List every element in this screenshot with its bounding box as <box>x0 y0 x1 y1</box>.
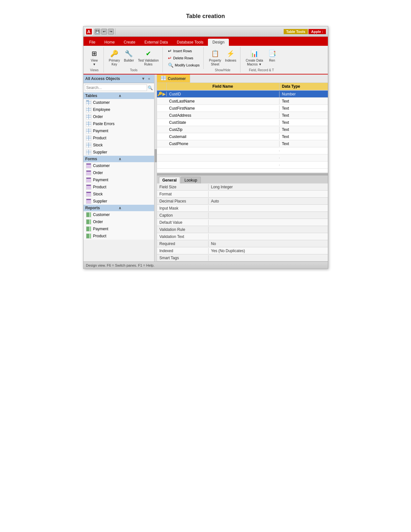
field-type-custlastname[interactable]: Text <box>279 98 328 104</box>
nav-forms-items: Customer Order Payment <box>83 162 154 205</box>
table-item-payment[interactable]: Payment <box>83 127 154 134</box>
prop-value-defaultvalue[interactable] <box>209 222 328 223</box>
delete-rows-icon: ↵ <box>168 55 172 61</box>
undo-button[interactable]: ↩ <box>101 29 107 34</box>
field-row-custfirstname[interactable]: CustFirstName Text <box>157 105 328 112</box>
builder-button[interactable]: 🔧 Builder <box>122 48 135 63</box>
table-item-product[interactable]: Product <box>83 134 154 142</box>
nav-scrollbar-thumb[interactable] <box>155 149 157 162</box>
table-item-stock[interactable]: Stock <box>83 142 154 149</box>
field-row-custphone[interactable]: CustPhone Text <box>157 140 328 147</box>
prop-value-caption[interactable] <box>209 215 328 216</box>
field-name-custzip[interactable]: CustZip <box>167 127 279 133</box>
tab-home[interactable]: Home <box>100 39 119 46</box>
form-item-customer[interactable]: Customer <box>83 162 154 169</box>
field-type-empty-1[interactable] <box>279 150 328 152</box>
field-name-custid[interactable]: CustID <box>167 91 279 97</box>
nav-collapse-btn[interactable]: « <box>146 76 152 82</box>
prop-value-decimalplaces[interactable]: Auto <box>209 198 328 204</box>
nav-scrollbar[interactable] <box>154 74 157 261</box>
modify-lookups-button[interactable]: 🔍 Modify Lookups <box>167 62 201 68</box>
field-type-custfirstname[interactable]: Text <box>279 105 328 111</box>
field-name-custaddress[interactable]: CustAddress <box>167 113 279 118</box>
report-item-order[interactable]: Order <box>83 218 154 225</box>
prop-label-required: Required <box>157 241 209 247</box>
nav-header[interactable]: All Access Objects ▼ « <box>83 74 154 83</box>
form-item-supplier[interactable]: Supplier <box>83 198 154 205</box>
prop-value-inputmask[interactable] <box>209 208 328 209</box>
prop-value-smarttags[interactable] <box>209 257 328 259</box>
report-item-customer[interactable]: Customer <box>83 211 154 218</box>
form-item-order[interactable]: Order <box>83 169 154 176</box>
tab-create[interactable]: Create <box>119 39 140 46</box>
table-item-paste-errors[interactable]: Paste Errors <box>83 120 154 127</box>
save-button[interactable]: 💾 <box>94 29 100 34</box>
table-item-customer[interactable]: Customer <box>83 99 154 106</box>
table-item-employee[interactable]: Employee <box>83 106 154 113</box>
tab-database-tools[interactable]: Database Tools <box>172 39 208 46</box>
field-row-custstate[interactable]: CustState Text <box>157 119 328 126</box>
field-row-custzip[interactable]: CustZip Text <box>157 126 328 133</box>
table-item-supplier[interactable]: Supplier <box>83 149 154 156</box>
field-row-custlastname[interactable]: CustLastName Text <box>157 98 328 105</box>
field-type-custaddress[interactable]: Text <box>279 113 328 118</box>
tab-external-data[interactable]: External Data <box>140 39 172 46</box>
rename-button[interactable]: 📑 Ren <box>266 48 279 63</box>
form-item-stock[interactable]: Stock <box>83 191 154 198</box>
nav-dropdown-btn[interactable]: ▼ <box>141 76 146 82</box>
delete-rows-button[interactable]: ↵ Delete Rows <box>167 55 201 61</box>
field-name-custemail[interactable]: Custemail <box>167 134 279 140</box>
field-row-empty-3[interactable] <box>157 162 328 169</box>
field-type-custstate[interactable]: Text <box>279 120 328 125</box>
field-type-custphone[interactable]: Text <box>279 141 328 147</box>
indexes-button[interactable]: ⚡ Indexes <box>224 48 238 63</box>
primary-key-button[interactable]: 🔑 PrimaryKey <box>108 48 121 67</box>
prop-value-validationtext[interactable] <box>209 236 328 237</box>
prop-tab-lookup[interactable]: Lookup <box>181 177 201 183</box>
property-sheet-button[interactable]: 📋 PropertySheet <box>208 48 222 67</box>
field-name-custfirstname[interactable]: CustFirstName <box>167 105 279 111</box>
redo-button[interactable]: ↪ <box>108 29 114 34</box>
tab-design[interactable]: Design <box>208 39 229 46</box>
field-name-custlastname[interactable]: CustLastName <box>167 98 279 104</box>
form-item-product[interactable]: Product <box>83 183 154 191</box>
nav-section-forms[interactable]: Forms ∧ <box>83 156 154 162</box>
nav-section-reports[interactable]: Reports ∧ <box>83 205 154 211</box>
prop-tab-general[interactable]: General <box>159 177 181 183</box>
form-item-payment[interactable]: Payment <box>83 176 154 183</box>
customer-tab[interactable]: Customer <box>157 74 190 83</box>
field-type-empty-2[interactable] <box>279 157 328 159</box>
field-row-empty-1[interactable] <box>157 147 328 154</box>
report-item-payment[interactable]: Payment <box>83 225 154 232</box>
prop-value-indexed[interactable]: Yes (No Duplicates) <box>209 248 328 254</box>
test-validation-button[interactable]: ✔ Test ValidationRules <box>137 48 160 67</box>
field-row-empty-2[interactable] <box>157 154 328 162</box>
field-type-custzip[interactable]: Text <box>279 127 328 133</box>
field-type-custid[interactable]: Number <box>279 91 328 97</box>
prop-value-required[interactable]: No <box>209 241 328 247</box>
prop-row-indexed: Indexed Yes (No Duplicates) <box>157 247 328 254</box>
report-item-product[interactable]: Product <box>83 232 154 240</box>
field-name-empty-2[interactable] <box>167 157 279 159</box>
prop-value-fieldsize[interactable]: Long Integer <box>209 184 328 190</box>
field-name-custphone[interactable]: CustPhone <box>167 141 279 147</box>
field-name-empty-3[interactable] <box>167 164 279 166</box>
tab-file[interactable]: File <box>85 39 100 46</box>
field-name-custstate[interactable]: CustState <box>167 120 279 125</box>
create-data-macros-button[interactable]: 📊 Create DataMacros ▼ <box>244 48 264 67</box>
prop-value-validationrule[interactable] <box>209 229 328 230</box>
field-row-custemail[interactable]: Custemail Text <box>157 133 328 140</box>
view-button[interactable]: ⊞ View▼ <box>88 48 101 67</box>
search-input[interactable] <box>85 84 147 91</box>
field-type-empty-3[interactable] <box>279 164 328 166</box>
field-row-custaddress[interactable]: CustAddress Text <box>157 112 328 119</box>
prop-value-format[interactable] <box>209 193 328 195</box>
nav-section-tables[interactable]: Tables ∧ <box>83 93 154 99</box>
table-item-order[interactable]: Order <box>83 113 154 120</box>
field-row-custid[interactable]: 🔑▶ CustID Number <box>157 91 328 98</box>
indexes-label: Indexes <box>225 59 236 63</box>
field-type-custemail[interactable]: Text <box>279 134 328 140</box>
field-name-empty-1[interactable] <box>167 150 279 152</box>
insert-rows-button[interactable]: ↵ Insert Rows <box>167 48 201 54</box>
form-customer-label: Customer <box>93 163 110 168</box>
